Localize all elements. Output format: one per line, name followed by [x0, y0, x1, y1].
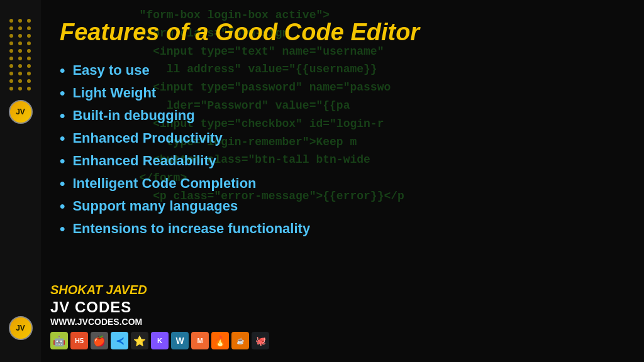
kotlin-icon: K — [151, 332, 169, 349]
dot — [18, 79, 22, 83]
features-list: Easy to useLight WeightBuilt-in debuggin… — [60, 62, 619, 238]
feature-item-5: Intelligent Code Completion — [60, 175, 619, 192]
dot — [18, 26, 22, 30]
dot — [27, 79, 31, 83]
page-title: Features of a Good Code Editor — [60, 19, 619, 46]
dot — [9, 34, 13, 38]
dot — [9, 49, 13, 53]
tech-icons-row: 🤖H5🍎≺⭐KWM🔥☕🐙 — [50, 332, 269, 349]
dot — [18, 19, 22, 23]
dot — [27, 72, 31, 75]
magento-icon: M — [191, 332, 209, 349]
dot — [27, 49, 31, 53]
brand-name: JV CODES — [50, 299, 269, 316]
dot — [9, 19, 13, 23]
avatar-top: JV — [9, 100, 33, 124]
dot — [9, 26, 13, 30]
dot — [27, 87, 31, 90]
website-url: WWW.JVCODES.COM — [50, 317, 269, 327]
dot — [18, 72, 22, 75]
avatar-bottom: JV — [9, 316, 33, 340]
dots-grid — [9, 19, 32, 90]
android-icon: 🤖 — [50, 332, 68, 349]
dot — [9, 72, 13, 75]
dot — [18, 57, 22, 60]
wordpress-icon: W — [171, 332, 189, 349]
apple-icon: 🍎 — [91, 332, 108, 349]
html-icon: H5 — [70, 332, 88, 349]
dot — [9, 87, 13, 90]
author-name: SHOKAT JAVED — [50, 283, 269, 297]
feature-item-0: Easy to use — [60, 62, 619, 79]
feature-item-4: Enhanced Readability — [60, 152, 619, 170]
feature-item-2: Built-in debugging — [60, 107, 619, 124]
dot — [27, 19, 31, 23]
dot — [18, 64, 22, 68]
feature-item-6: Support many languages — [60, 197, 619, 215]
dot — [27, 34, 31, 38]
dot — [27, 57, 31, 60]
dot — [27, 64, 31, 68]
dot — [27, 41, 31, 45]
dot — [18, 34, 22, 38]
dot — [18, 49, 22, 53]
feature-item-1: Light Weight — [60, 84, 619, 102]
dot — [18, 87, 22, 90]
feature-item-7: Entensions to increase functionality — [60, 220, 619, 238]
github-icon: 🐙 — [252, 332, 269, 349]
dot — [9, 79, 13, 83]
dot — [18, 41, 22, 45]
dot — [27, 26, 31, 30]
dot — [9, 64, 13, 68]
feature-item-3: Enhanced Productivity — [60, 129, 619, 147]
dot — [9, 57, 13, 60]
bottom-section: SHOKAT JAVED JV CODES WWW.JVCODES.COM 🤖H… — [50, 283, 269, 349]
star-icon: ⭐ — [131, 332, 148, 349]
fire-icon: 🔥 — [211, 332, 229, 349]
dot — [9, 41, 13, 45]
flutter-icon: ≺ — [111, 332, 128, 349]
left-panel: JV JV — [0, 0, 41, 362]
java-icon: ☕ — [231, 332, 249, 349]
